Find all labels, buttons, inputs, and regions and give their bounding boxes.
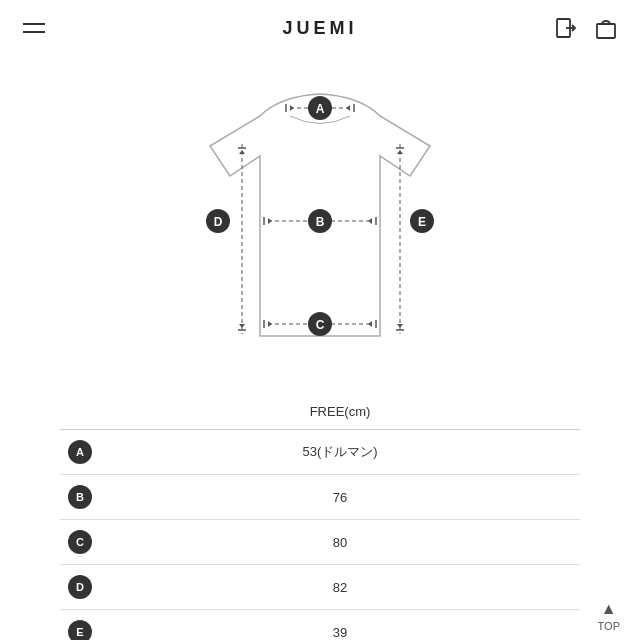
garment-diagram: A B C D E (160, 76, 480, 376)
header-left (20, 14, 48, 42)
table-cell-label: A (60, 430, 100, 475)
table-col-label (60, 396, 100, 430)
row-badge: A (68, 440, 92, 464)
table-row: A 53(ドルマン) (60, 430, 580, 475)
row-badge: C (68, 530, 92, 554)
table-row: D 82 (60, 565, 580, 610)
size-table-wrapper: FREE(cm) A 53(ドルマン) B 76 C 80 D 82 (0, 396, 640, 640)
svg-text:B: B (316, 215, 325, 229)
svg-text:D: D (214, 215, 223, 229)
table-cell-value: 53(ドルマン) (100, 430, 580, 475)
header: JUEMI (0, 0, 640, 56)
table-cell-label: D (60, 565, 100, 610)
row-badge: D (68, 575, 92, 599)
top-label: TOP (598, 620, 620, 632)
top-arrow-icon: ▲ (601, 600, 617, 618)
bag-icon[interactable] (592, 14, 620, 42)
table-cell-label: C (60, 520, 100, 565)
table-cell-value: 80 (100, 520, 580, 565)
row-badge: B (68, 485, 92, 509)
login-icon[interactable] (552, 14, 580, 42)
table-cell-value: 76 (100, 475, 580, 520)
row-badge: E (68, 620, 92, 640)
top-button[interactable]: ▲ TOP (598, 600, 620, 632)
size-table: FREE(cm) A 53(ドルマン) B 76 C 80 D 82 (60, 396, 580, 640)
table-cell-value: 82 (100, 565, 580, 610)
svg-text:E: E (418, 215, 426, 229)
header-right (552, 14, 620, 42)
table-row: C 80 (60, 520, 580, 565)
logo: JUEMI (282, 18, 357, 39)
menu-icon[interactable] (20, 14, 48, 42)
table-col-header: FREE(cm) (100, 396, 580, 430)
svg-rect-4 (597, 24, 615, 38)
table-cell-label: B (60, 475, 100, 520)
table-row: E 39 (60, 610, 580, 641)
diagram-area: A B C D E (0, 56, 640, 396)
table-row: B 76 (60, 475, 580, 520)
table-cell-value: 39 (100, 610, 580, 641)
table-cell-label: E (60, 610, 100, 641)
svg-text:A: A (316, 102, 325, 116)
svg-text:C: C (316, 318, 325, 332)
